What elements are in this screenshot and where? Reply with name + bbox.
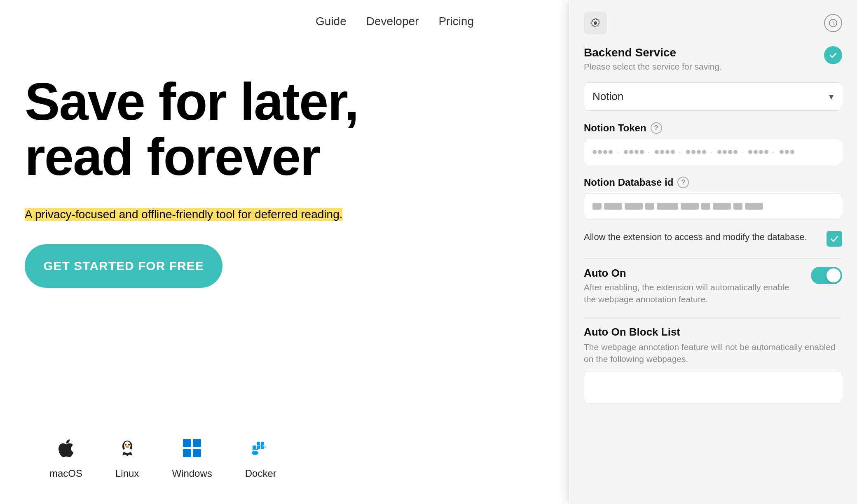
- svg-rect-13: [257, 442, 260, 445]
- block-list-title: Auto On Block List: [584, 326, 842, 338]
- platform-macos: macOS: [49, 437, 82, 479]
- svg-text:i: i: [832, 21, 834, 26]
- nav-developer[interactable]: Developer: [366, 15, 419, 28]
- dropdown-arrow-icon: ▾: [829, 91, 834, 102]
- svg-rect-14: [261, 442, 264, 445]
- platforms-section: macOS Linux: [49, 437, 276, 479]
- linux-label: Linux: [115, 468, 139, 479]
- svg-rect-7: [193, 439, 201, 447]
- token-dots: · · · · · ·: [592, 148, 794, 156]
- nav: Guide Developer Pricing: [316, 0, 474, 43]
- docker-label: Docker: [245, 468, 276, 479]
- notion-token-help-icon[interactable]: ?: [651, 122, 662, 134]
- nav-guide[interactable]: Guide: [316, 15, 347, 28]
- divider-2: [584, 317, 842, 317]
- allow-access-row: Allow the extension to access and modify…: [584, 231, 842, 247]
- windows-icon: [181, 437, 203, 464]
- linux-icon: [117, 437, 138, 464]
- svg-point-4: [126, 446, 129, 448]
- backend-service-desc: Please select the service for saving.: [584, 62, 722, 72]
- hero-subtitle: A privacy-focused and offline-friendly t…: [25, 208, 379, 221]
- notion-db-label: Notion Database id ?: [584, 177, 842, 188]
- auto-on-desc: After enabling, the extension will autom…: [584, 281, 803, 306]
- svg-rect-8: [183, 449, 191, 457]
- notion-db-section: Notion Database id ?: [584, 177, 842, 219]
- panel-header: i: [584, 12, 842, 35]
- hero-section: Save for later,read forever A privacy-fo…: [25, 74, 379, 288]
- platform-docker: Docker: [245, 437, 276, 479]
- svg-point-5: [123, 448, 131, 453]
- svg-rect-10: [253, 446, 256, 449]
- extension-panel: i Backend Service Please select the serv…: [569, 0, 857, 504]
- svg-rect-9: [193, 449, 201, 457]
- notion-token-section: Notion Token ? · · · · · ·: [584, 122, 842, 165]
- macos-icon: [55, 437, 77, 464]
- auto-on-row: Auto On After enabling, the extension wi…: [584, 267, 842, 306]
- notion-token-input[interactable]: · · · · · ·: [584, 139, 842, 165]
- divider-1: [584, 258, 842, 259]
- nav-pricing[interactable]: Pricing: [438, 15, 474, 28]
- toggle-thumb: [827, 268, 841, 282]
- block-list-section: Auto On Block List The webpage annotatio…: [584, 326, 842, 404]
- block-list-desc: The webpage annotation feature will not …: [584, 341, 842, 365]
- platform-windows: Windows: [172, 437, 212, 479]
- gear-button[interactable]: [584, 12, 607, 35]
- platform-linux: Linux: [115, 437, 139, 479]
- service-badge: [824, 46, 842, 64]
- macos-label: macOS: [49, 468, 82, 479]
- backend-service-dropdown[interactable]: Notion ▾: [584, 82, 842, 111]
- hero-title: Save for later,read forever: [25, 74, 379, 185]
- svg-rect-11: [257, 446, 260, 449]
- docker-icon: [250, 437, 272, 464]
- info-button[interactable]: i: [824, 14, 842, 32]
- notion-db-help-icon[interactable]: ?: [677, 177, 689, 188]
- service-header: Backend Service Please select the servic…: [584, 46, 842, 79]
- allow-access-text: Allow the extension to access and modify…: [584, 231, 818, 244]
- block-list-input[interactable]: [584, 371, 842, 404]
- svg-rect-6: [183, 439, 191, 447]
- svg-point-15: [252, 451, 258, 455]
- svg-point-3: [128, 444, 130, 446]
- windows-label: Windows: [172, 468, 212, 479]
- allow-access-checkbox[interactable]: [827, 231, 842, 247]
- notion-token-label: Notion Token ?: [584, 122, 842, 134]
- svg-point-2: [125, 444, 126, 446]
- notion-db-input[interactable]: [584, 193, 842, 219]
- auto-on-title: Auto On: [584, 267, 803, 280]
- cta-button[interactable]: GET STARTED FOR FREE: [25, 244, 222, 288]
- auto-on-toggle[interactable]: [811, 267, 842, 284]
- svg-point-18: [828, 50, 838, 60]
- backend-service-section: Backend Service Please select the servic…: [584, 46, 842, 111]
- backend-service-title: Backend Service: [584, 46, 722, 59]
- dropdown-value: Notion: [592, 90, 623, 103]
